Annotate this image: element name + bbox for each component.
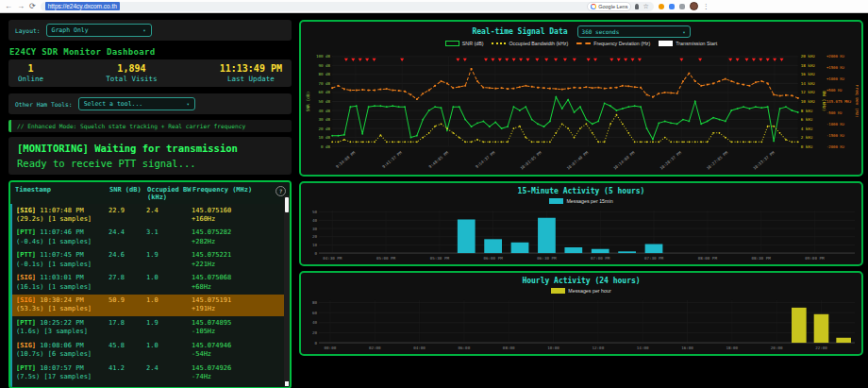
- legend-item[interactable]: SNR (dB): [445, 41, 484, 46]
- forward-icon[interactable]: →: [17, 3, 25, 10]
- extension-icon-blue[interactable]: [669, 4, 675, 9]
- svg-text:02:00: 02:00: [369, 346, 381, 350]
- browser-chrome: ← → ⟳ https://e24cy.dxcom.co.th Google L…: [0, 0, 868, 13]
- table-row[interactable]: [PTT] 10:25:22 PM(1.6s) [3 samples]17.81…: [12, 316, 290, 339]
- svg-text:14 kHz: 14 kHz: [801, 81, 816, 86]
- realtime-chart-title: Real-time Signal Data: [472, 27, 567, 36]
- back-icon[interactable]: ←: [5, 3, 12, 10]
- google-lens-chip[interactable]: Google Lens: [587, 2, 631, 11]
- svg-text:30: 30: [312, 227, 318, 231]
- browser-menu-icon[interactable]: ⋮: [703, 3, 709, 9]
- layout-bar: Layout: Graph Only ▾: [8, 20, 292, 41]
- svg-text:10:20:37 PM: 10:20:37 PM: [659, 150, 682, 171]
- svg-text:08:00 PM: 08:00 PM: [698, 256, 718, 261]
- url-text[interactable]: https://e24cy.dxcom.co.th: [45, 2, 120, 10]
- enhanced-mode-note: // Enhanced Mode: Squelch state tracking…: [8, 120, 292, 132]
- realtime-panel-header: Real-time Signal Data 360 seconds ▾: [304, 24, 859, 40]
- svg-text:70 dB: 70 dB: [318, 81, 330, 86]
- svg-text:60: 60: [312, 311, 318, 315]
- svg-text:10 kHz: 10 kHz: [801, 99, 816, 104]
- table-row[interactable]: [PTT] 11:07:46 PM(-0.4s) [1 samples]24.4…: [12, 227, 290, 249]
- fifteen-min-activity-chart: 5040302010004:30 PM05:00 PM05:30 PM06:00…: [304, 206, 859, 262]
- hourly-activity-chart: 80604020000:0002:0004:0006:0008:0010:001…: [304, 295, 859, 352]
- legend-item[interactable]: Transmission Start: [659, 41, 717, 46]
- legend-item[interactable]: Messages per hour: [551, 288, 610, 294]
- svg-text:60 dB: 60 dB: [318, 90, 330, 94]
- svg-text:4 kHz: 4 kHz: [801, 127, 813, 131]
- svg-text:2 kHz: 2 kHz: [801, 135, 813, 140]
- table-scrollbar[interactable]: [284, 195, 290, 387]
- table-row[interactable]: [SIG] 10:30:24 PM(53.3s) [1 samples]50.9…: [12, 295, 290, 317]
- svg-text:9:34:08 PM: 9:34:08 PM: [335, 150, 357, 169]
- svg-text:+1000 Hz: +1000 Hz: [826, 76, 845, 81]
- bookmark-star-icon[interactable]: ☆: [643, 3, 648, 9]
- time-range-select[interactable]: 360 seconds ▾: [577, 25, 691, 38]
- svg-text:18:00: 18:00: [726, 346, 739, 350]
- layout-select[interactable]: Graph Only ▾: [46, 24, 152, 37]
- svg-text:05:00 PM: 05:00 PM: [376, 256, 396, 261]
- extensions-puzzle-icon[interactable]: [679, 4, 685, 9]
- layout-label: Layout:: [15, 27, 41, 34]
- svg-text:07:30 PM: 07:30 PM: [644, 256, 664, 261]
- svg-text:04:00: 04:00: [413, 346, 426, 350]
- reload-icon[interactable]: ⟳: [29, 3, 36, 10]
- table-row[interactable]: [PTT] 10:07:57 PM(7.5s) [17 samples]41.2…: [12, 362, 290, 384]
- fifteen-min-activity-panel: 15-Minute Activity (5 hours) Messages pe…: [299, 181, 863, 266]
- svg-text:10:00: 10:00: [547, 346, 559, 350]
- profile-avatar[interactable]: [690, 2, 698, 10]
- legend-item[interactable]: Frequency Deviation (Hz): [576, 41, 650, 46]
- table-row[interactable]: [SIG] 10:08:06 PM(10.7s) [6 samples]45.8…: [12, 339, 290, 362]
- svg-text:10:07:40 PM: 10:07:40 PM: [566, 150, 590, 171]
- stats-bar: 1 Online 1,894 Total Visits 11:13:49 PM …: [8, 59, 292, 87]
- svg-text:0: 0: [315, 251, 318, 256]
- scrollbar-down-button[interactable]: [285, 381, 289, 386]
- svg-text:20: 20: [312, 234, 318, 239]
- svg-text:-2000 Hz: -2000 Hz: [826, 144, 845, 149]
- svg-text:08:30 PM: 08:30 PM: [751, 256, 771, 261]
- svg-text:40: 40: [312, 218, 318, 223]
- legend-item[interactable]: Messages per 15min: [549, 198, 612, 204]
- tools-label: Other Ham Tools:: [15, 101, 73, 108]
- monitoring-status-panel: [MONITORING] Waiting for transmission Re…: [8, 137, 292, 175]
- table-row[interactable]: [PTT] 10:07:53 PM(2.7s) [3 samples]41.52…: [12, 384, 290, 387]
- svg-text:10:33:37 PM: 10:33:37 PM: [752, 150, 776, 171]
- stat-total-visits: 1,894 Total Visits: [106, 63, 157, 83]
- svg-text:06:00 PM: 06:00 PM: [484, 256, 504, 261]
- lens-icon: [591, 4, 596, 9]
- svg-text:12:00: 12:00: [593, 346, 605, 350]
- realtime-signal-chart: 100 dB90 dB80 dB70 dB60 dB50 dB40 dB30 d…: [304, 48, 859, 173]
- tools-select[interactable]: Select a tool... ▾: [78, 97, 195, 110]
- table-row[interactable]: [SIG] 11:07:48 PM(29.2s) [1 samples]22.9…: [12, 204, 290, 227]
- svg-text:BW (kHz): BW (kHz): [822, 92, 826, 112]
- svg-text:40: 40: [312, 320, 318, 325]
- svg-text:10 dB: 10 dB: [318, 135, 330, 140]
- table-row[interactable]: [SIG] 11:03:01 PM(16.1s) [1 samples]27.8…: [12, 272, 290, 295]
- svg-text:80 dB: 80 dB: [318, 72, 330, 76]
- chevron-down-icon: ▾: [143, 27, 146, 33]
- extension-icon-orange[interactable]: [659, 4, 664, 9]
- svg-text:14:00: 14:00: [637, 346, 649, 350]
- realtime-signal-panel: Real-time Signal Data 360 seconds ▾ SNR …: [299, 20, 863, 177]
- svg-text:145.075 MHz: 145.075 MHz: [826, 99, 852, 104]
- table-row[interactable]: [PTT] 11:07:45 PM(-0.1s) [1 samples]24.6…: [12, 249, 290, 272]
- chevron-down-icon: ▾: [683, 29, 686, 35]
- svg-text:50 dB: 50 dB: [318, 99, 330, 104]
- hourly-chart-title: Hourly Activity (24 hours): [304, 275, 859, 287]
- svg-text:20 kHz: 20 kHz: [801, 54, 816, 59]
- scrollbar-thumb[interactable]: [285, 197, 289, 212]
- svg-text:20 dB: 20 dB: [318, 127, 330, 131]
- table-header: Timestamp SNR (dB) Occupied BW (kHz) Fre…: [10, 182, 290, 204]
- svg-text:16 kHz: 16 kHz: [801, 72, 816, 76]
- svg-text:30 dB: 30 dB: [318, 117, 330, 122]
- svg-text:40 dB: 40 dB: [318, 109, 330, 113]
- svg-text:6 kHz: 6 kHz: [801, 117, 813, 122]
- stat-last-update: 11:13:49 PM Last Update: [220, 63, 282, 83]
- fifteen-min-legend: Messages per 15min: [304, 197, 859, 206]
- svg-text:9:41:37 PM: 9:41:37 PM: [381, 150, 403, 169]
- legend-item[interactable]: Occupied Bandwidth (kHz): [492, 41, 568, 46]
- password-key-icon[interactable]: [635, 4, 639, 9]
- svg-text:06:00: 06:00: [459, 346, 471, 350]
- url-bar[interactable]: https://e24cy.dxcom.co.th Google Lens ☆: [41, 2, 654, 11]
- svg-text:00:00: 00:00: [325, 346, 337, 350]
- signal-table: Timestamp SNR (dB) Occupied BW (kHz) Fre…: [8, 180, 292, 388]
